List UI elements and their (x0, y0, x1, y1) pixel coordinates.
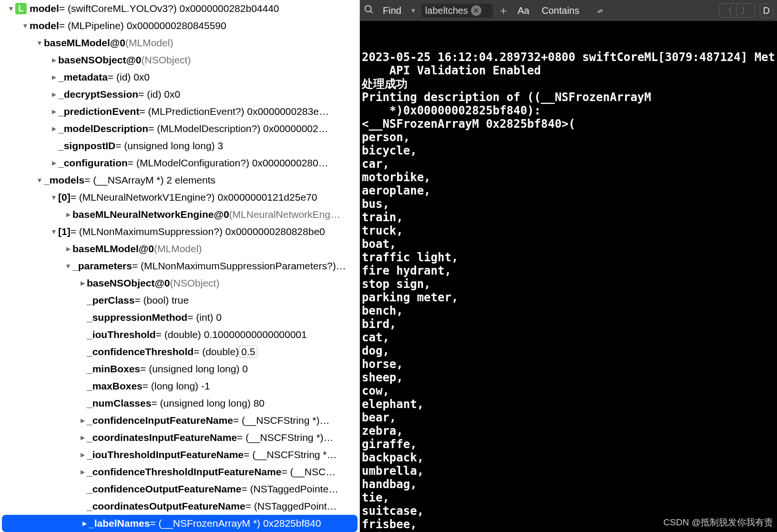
tree-row[interactable]: ▶_iouThresholdInputFeatureName = (__NSCF… (0, 446, 359, 463)
tree-row[interactable]: _iouThreshold = (double) 0.1000000000000… (0, 326, 359, 343)
variables-tree[interactable]: ▼Lmodel = (swiftCoreML.YOLOv3?) 0x000000… (0, 0, 360, 532)
chevron-right-icon[interactable]: ▶ (50, 160, 58, 166)
chevron-right-icon[interactable]: ▶ (78, 469, 87, 475)
tree-row[interactable]: ▶_confidenceInputFeatureName = (__NSCFSt… (0, 412, 359, 429)
tree-row[interactable]: _signpostID = (unsigned long long) 3 (0, 137, 359, 154)
tree-row[interactable]: ▼model = (MLPipeline) 0x0000000280845590 (0, 17, 359, 34)
console-line: fire hydrant, (362, 264, 775, 277)
row-name: _metadata (58, 72, 108, 83)
console-line: cow, (362, 384, 775, 398)
chevron-right-icon[interactable]: ▶ (78, 434, 87, 441)
row-value: = (NSTaggedPoint… (245, 501, 337, 512)
chevron-right-icon[interactable]: ▶ (64, 246, 72, 252)
find-bar: Find ▼ labeltches ✕ ＋ Aa Contains ▴▾ 〈 〉… (360, 0, 777, 21)
tree-row[interactable]: _coordinatesOutputFeatureName = (NSTagge… (0, 498, 359, 515)
chevron-down-icon[interactable]: ▼ (7, 5, 15, 12)
console-line: parking meter, (362, 291, 775, 304)
chevron-down-icon[interactable]: ▼ (35, 176, 44, 184)
prev-match-button[interactable]: 〈 (719, 3, 737, 18)
row-name: _confidenceOutputFeatureName (87, 483, 241, 495)
tree-row[interactable]: ▶_modelDescription = (MLModelDescription… (0, 120, 359, 137)
row-value: = (long long) -1 (143, 380, 210, 392)
row-name: model (30, 3, 59, 14)
plus-icon[interactable]: ＋ (498, 3, 509, 18)
done-button[interactable]: D (760, 3, 773, 18)
tree-row[interactable]: ▶baseNSObject@0 (NSObject) (0, 51, 359, 69)
chevron-right-icon[interactable]: ▶ (78, 417, 87, 424)
tree-row[interactable]: _maxBoxes = (long long) -1 (0, 378, 359, 395)
chevron-updown-icon[interactable]: ▴▾ (597, 7, 602, 14)
row-value: = (unsigned long long) 3 (115, 140, 223, 152)
tree-row[interactable]: _confidenceOutputFeatureName = (NSTagged… (0, 481, 359, 498)
tree-row[interactable]: ▶baseMLNeuralNetworkEngine@0 (MLNeuralNe… (0, 206, 359, 223)
tree-row[interactable]: _confidenceThreshold = (double) 0.5 (0, 343, 359, 360)
row-value: = (MLNonMaximumSuppressionParameters?)… (132, 260, 346, 272)
tree-row[interactable]: ▶_configuration = (MLModelConfiguration?… (0, 154, 359, 172)
console-line: bird, (362, 317, 775, 331)
tree-row[interactable]: ▼Lmodel = (swiftCoreML.YOLOv3?) 0x000000… (0, 0, 359, 17)
row-value: = (bool) true (134, 295, 189, 306)
console-output[interactable]: 2023-05-25 16:12:04.289732+0800 swiftCor… (360, 21, 777, 532)
row-name: _signpostID (58, 140, 115, 152)
console-line: bicycle, (362, 144, 775, 157)
chevron-right-icon[interactable]: ▶ (64, 211, 72, 218)
next-match-button[interactable]: 〉 (737, 3, 755, 18)
console-line: truck, (362, 224, 775, 237)
case-sensitive-button[interactable]: Aa (514, 4, 533, 17)
row-name: baseMLModel@0 (72, 243, 154, 255)
console-line: train, (362, 211, 775, 224)
chevron-down-icon[interactable]: ▼ (64, 262, 72, 270)
tree-row[interactable]: ▶_coordinatesInputFeatureName = (__NSCFS… (0, 429, 359, 446)
tree-row[interactable]: _perClass = (bool) true (0, 292, 359, 309)
tree-row[interactable]: _numClasses = (unsigned long long) 80 (0, 395, 359, 412)
console-line: bear, (362, 411, 775, 424)
row-value: = (__NSC… (281, 466, 336, 478)
chevron-down-icon[interactable]: ▼ (50, 228, 58, 235)
tree-row[interactable]: ▶baseMLModel@0 (MLModel) (0, 240, 359, 257)
search-icon (364, 4, 374, 17)
console-line: 2023-05-25 16:12:04.289732+0800 swiftCor… (362, 51, 775, 64)
edited-value[interactable]: 0.5 (239, 346, 257, 358)
chevron-right-icon[interactable]: ▶ (80, 520, 89, 527)
chevron-down-icon[interactable]: ▼ (35, 39, 44, 47)
chevron-right-icon[interactable]: ▶ (50, 74, 58, 81)
tree-row[interactable]: ▶_predictionEvent = (MLPredictionEvent?)… (0, 103, 359, 120)
tree-row[interactable]: ▼_parameters = (MLNonMaximumSuppressionP… (0, 257, 359, 275)
tree-row[interactable]: _suppressionMethod = (int) 0 (0, 309, 359, 326)
chevron-right-icon[interactable]: ▶ (78, 280, 87, 286)
tree-row[interactable]: ▼baseMLModel@0 (MLModel) (0, 34, 359, 51)
chevron-down-icon[interactable]: ▼ (50, 194, 58, 201)
console-line: 处理成功 (362, 77, 775, 91)
chevron-right-icon[interactable]: ▶ (50, 57, 58, 63)
chevron-right-icon[interactable]: ▶ (78, 451, 87, 458)
chevron-down-icon[interactable]: ▼ (21, 22, 30, 30)
chevron-right-icon[interactable]: ▶ (50, 91, 58, 98)
tree-row[interactable]: ▶baseNSObject@0 (NSObject) (0, 275, 359, 292)
console-line: umbrella, (362, 464, 775, 478)
find-label[interactable]: Find (379, 4, 405, 17)
row-name: _confidenceThreshold (87, 346, 194, 358)
row-type: (MLModel) (125, 37, 173, 49)
clear-icon[interactable]: ✕ (471, 5, 481, 16)
tree-row[interactable]: ▼[0] = (MLNeuralNetworkV1Engine?) 0x0000… (0, 189, 359, 206)
console-line: giraffe, (362, 438, 775, 451)
row-name: _modelDescription (58, 123, 148, 134)
row-name: _numClasses (87, 398, 151, 409)
chevron-right-icon[interactable]: ▶ (50, 125, 58, 132)
tree-row[interactable]: ▼[1] = (MLNonMaximumSuppression?) 0x0000… (0, 223, 359, 240)
row-name: _coordinatesOutputFeatureName (87, 501, 245, 512)
console-line: motorbike, (362, 171, 775, 184)
tree-row[interactable]: ▶_confidenceThresholdInputFeatureName = … (0, 463, 359, 481)
chevron-right-icon[interactable]: ▶ (50, 108, 58, 115)
tree-row[interactable]: ▶_labelNames = (__NSFrozenArrayM *) 0x28… (2, 515, 358, 532)
console-line: person, (362, 131, 775, 144)
tree-row[interactable]: ▶_decryptSession = (id) 0x0 (0, 86, 359, 103)
search-input[interactable]: labeltches ✕ (421, 4, 493, 18)
row-value: = (id) 0x0 (138, 89, 180, 100)
chevron-down-icon[interactable]: ▼ (410, 7, 417, 14)
tree-row[interactable]: _minBoxes = (unsigned long long) 0 (0, 360, 359, 378)
contains-button[interactable]: Contains (538, 4, 583, 17)
tree-row[interactable]: ▶_metadata = (id) 0x0 (0, 69, 359, 86)
tree-row[interactable]: ▼_models = (__NSArrayM *) 2 elements (0, 172, 359, 189)
local-variable-badge: L (15, 3, 27, 14)
